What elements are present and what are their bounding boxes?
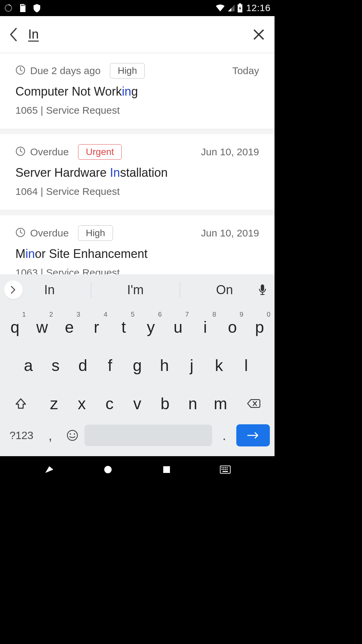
clock-icon — [15, 227, 25, 239]
key-p[interactable]: 0p — [246, 309, 273, 345]
keyboard-row-1: 1q2w3e4r5t6y7u8i9o0p — [1, 309, 273, 345]
key-v[interactable]: v — [123, 385, 151, 422]
android-nav-bar — [0, 456, 275, 483]
card-title: Minor Site Enhancement — [15, 247, 259, 261]
comma-key[interactable]: , — [40, 424, 60, 447]
loading-icon — [4, 4, 13, 12]
svg-point-0 — [5, 5, 12, 11]
svg-rect-16 — [222, 467, 223, 468]
status-left-icons — [4, 3, 41, 13]
keyboard-row-3: zxcvbnm — [1, 385, 273, 422]
battery-charging-icon — [237, 3, 243, 13]
shift-key[interactable] — [1, 385, 40, 422]
card-title: Server Hardware Installation — [15, 166, 259, 180]
clock-icon — [15, 65, 25, 76]
keyboard-suggestion[interactable]: In — [38, 283, 62, 297]
enter-key[interactable] — [236, 424, 270, 446]
key-s[interactable]: s — [42, 347, 69, 384]
svg-rect-17 — [223, 467, 224, 468]
symbols-key[interactable]: ?123 — [5, 424, 38, 447]
search-header: In — [0, 16, 275, 53]
space-key[interactable] — [84, 425, 212, 446]
svg-rect-24 — [223, 471, 228, 472]
svg-rect-19 — [227, 467, 228, 468]
card-date: Jun 10, 2019 — [201, 146, 259, 158]
key-n[interactable]: n — [179, 385, 207, 422]
key-d[interactable]: d — [69, 347, 96, 384]
nav-recents-button[interactable] — [160, 463, 173, 476]
suggestion-separator — [91, 282, 91, 298]
key-b[interactable]: b — [151, 385, 179, 422]
svg-point-11 — [70, 433, 71, 435]
svg-rect-20 — [222, 469, 223, 470]
svg-rect-18 — [225, 467, 226, 468]
result-card[interactable]: Overdue Urgent Jun 10, 2019 Server Hardw… — [0, 134, 275, 210]
svg-point-12 — [74, 433, 75, 435]
key-i[interactable]: 8i — [192, 309, 219, 345]
due-text: Due 2 days ago — [30, 65, 101, 76]
key-y[interactable]: 6y — [137, 309, 164, 345]
svg-point-10 — [67, 430, 77, 440]
signal-icon — [227, 4, 235, 12]
svg-rect-4 — [239, 3, 241, 4]
card-meta: 1064 | Service Request — [15, 186, 259, 197]
nav-home-button[interactable] — [101, 463, 115, 476]
priority-badge: High — [110, 63, 145, 78]
wifi-icon — [215, 4, 225, 12]
clock-icon — [15, 146, 25, 158]
card-date: Jun 10, 2019 — [201, 227, 259, 239]
due-text: Overdue — [30, 146, 69, 158]
key-e[interactable]: 3e — [56, 309, 83, 345]
svg-rect-2 — [22, 5, 23, 6]
key-f[interactable]: f — [97, 347, 124, 384]
status-bar: 12:16 — [0, 0, 275, 16]
keyboard-suggestion[interactable]: On — [209, 283, 240, 297]
priority-badge: Urgent — [78, 144, 122, 160]
keyboard-suggestion[interactable]: I'm — [120, 283, 150, 297]
search-input[interactable]: In — [28, 27, 39, 42]
key-q[interactable]: 1q — [1, 309, 28, 345]
key-t[interactable]: 5t — [110, 309, 137, 345]
key-g[interactable]: g — [124, 347, 151, 384]
svg-rect-21 — [223, 469, 224, 470]
key-o[interactable]: 9o — [219, 309, 246, 345]
svg-rect-1 — [21, 5, 22, 6]
key-c[interactable]: c — [96, 385, 123, 422]
period-key[interactable]: . — [214, 424, 234, 447]
nav-keyboard-switcher-button[interactable] — [219, 463, 232, 476]
card-meta: 1065 | Service Request — [15, 105, 259, 116]
keyboard-row-bottom: ?123 , . — [1, 422, 273, 451]
keyboard-expand-button[interactable] — [4, 280, 23, 299]
back-button[interactable] — [6, 27, 21, 42]
suggestion-separator — [180, 282, 180, 298]
key-h[interactable]: h — [151, 347, 178, 384]
keyboard-suggestion-bar: In I'm On — [0, 274, 275, 305]
key-x[interactable]: x — [68, 385, 96, 422]
key-j[interactable]: j — [178, 347, 205, 384]
key-z[interactable]: z — [40, 385, 68, 422]
svg-rect-23 — [227, 469, 228, 470]
key-w[interactable]: 2w — [28, 309, 56, 345]
clear-search-button[interactable] — [251, 27, 266, 42]
keyboard-row-2: asdfghjkl — [1, 347, 273, 384]
priority-badge: High — [78, 225, 113, 241]
due-text: Overdue — [30, 227, 69, 239]
card-title: Computer Not Working — [15, 85, 259, 99]
key-u[interactable]: 7u — [165, 309, 192, 345]
emoji-key[interactable] — [62, 424, 82, 447]
shield-icon — [33, 3, 41, 13]
backspace-key[interactable] — [234, 385, 273, 422]
key-k[interactable]: k — [205, 347, 233, 384]
key-l[interactable]: l — [233, 347, 260, 384]
svg-rect-3 — [24, 5, 24, 6]
status-right-icons: 12:16 — [215, 3, 270, 13]
soft-keyboard: In I'm On 1q2w3e4r5t6y7u8i9o0p asdfghjkl… — [0, 274, 275, 456]
key-a[interactable]: a — [15, 347, 42, 384]
mic-icon[interactable] — [254, 282, 270, 298]
nav-back-button[interactable] — [43, 463, 56, 476]
key-m[interactable]: m — [206, 385, 234, 422]
key-r[interactable]: 4r — [83, 309, 110, 345]
result-card[interactable]: Due 2 days ago High Today Computer Not W… — [0, 53, 275, 129]
svg-point-13 — [104, 466, 112, 473]
sd-card-icon — [19, 3, 27, 13]
